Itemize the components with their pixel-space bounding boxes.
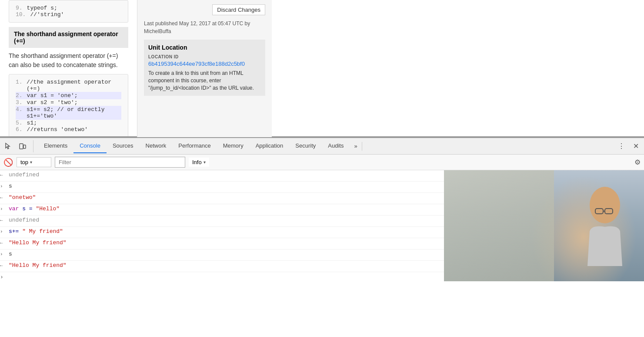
arrow-left-icon[interactable]: ← bbox=[0, 239, 9, 246]
console-output: ← undefined › s ← "onetwo" › var bbox=[0, 170, 644, 337]
console-toolbar: 🚫 top ▾ Info ▾ ⚙ bbox=[0, 155, 644, 170]
tab-console[interactable]: Console bbox=[73, 139, 107, 153]
chevron-down-icon: ▾ bbox=[30, 160, 32, 165]
arrow-left-icon[interactable]: ← bbox=[0, 262, 9, 268]
video-overlay bbox=[444, 170, 644, 281]
section-paragraph: The shorthand assignment operator (+=) c… bbox=[9, 51, 128, 70]
arrow-right-icon[interactable]: › bbox=[0, 251, 9, 257]
arrow-left-icon[interactable]: ← bbox=[0, 217, 9, 223]
tab-memory[interactable]: Memory bbox=[217, 139, 250, 153]
discard-changes-button[interactable]: Discard Changes bbox=[212, 4, 265, 15]
unit-location-title: Unit Location bbox=[148, 44, 261, 51]
inspect-element-button[interactable] bbox=[2, 140, 14, 152]
svg-rect-1 bbox=[23, 145, 26, 148]
console-settings-button[interactable]: ⚙ bbox=[634, 158, 641, 166]
devtools-tab-actions: ⋮ ✕ bbox=[615, 140, 642, 152]
close-devtools-button[interactable]: ✕ bbox=[630, 140, 642, 152]
whiteboard bbox=[444, 170, 554, 281]
svg-point-2 bbox=[590, 187, 620, 223]
tab-security[interactable]: Security bbox=[289, 139, 322, 153]
console-prompt-icon: › bbox=[0, 274, 9, 280]
section-heading: The shorthand assignment operator (+=) bbox=[9, 27, 128, 48]
code-block-1: 9. typeof s; 10. //'string' bbox=[9, 0, 128, 23]
tab-elements[interactable]: Elements bbox=[38, 139, 73, 153]
code-line: 1. //the assignment operator (+=) bbox=[16, 79, 121, 92]
log-level-selector[interactable]: Info ▾ bbox=[189, 158, 209, 167]
devtools-panel: Elements Console Sources Network Perform… bbox=[0, 137, 644, 337]
toggle-device-button[interactable] bbox=[17, 140, 29, 152]
tab-sources[interactable]: Sources bbox=[107, 139, 140, 153]
tab-network[interactable]: Network bbox=[140, 139, 173, 153]
location-id-label: LOCATION ID bbox=[148, 54, 261, 59]
arrow-left-icon[interactable]: ← bbox=[0, 194, 9, 200]
video-content bbox=[444, 170, 644, 281]
code-line: 5. s1; bbox=[16, 120, 121, 126]
devtools-icon-buttons bbox=[2, 140, 33, 152]
chevron-down-icon-info: ▾ bbox=[204, 160, 206, 165]
clear-console-button[interactable]: 🚫 bbox=[3, 158, 13, 167]
code-line: 9. typeof s; bbox=[16, 5, 121, 11]
unit-location-box: Unit Location LOCATION ID 6b4195394c644e… bbox=[144, 40, 265, 96]
code-block-2: 1. //the assignment operator (+=) 2. var… bbox=[9, 74, 128, 136]
article-area: 9. typeof s; 10. //'string' The shorthan… bbox=[0, 0, 137, 136]
person-silhouette bbox=[548, 179, 635, 275]
tab-performance[interactable]: Performance bbox=[172, 139, 217, 153]
divider bbox=[362, 142, 362, 151]
code-line: 6. //returns 'onetwo' bbox=[16, 126, 121, 133]
right-sidebar: Discard Changes Last published May 12, 2… bbox=[137, 0, 272, 137]
code-line: 10. //'string' bbox=[16, 11, 121, 18]
inspect-icon bbox=[4, 142, 12, 150]
svg-rect-0 bbox=[20, 144, 23, 149]
code-line-highlighted: 4. s1+= s2; // or directly s1+='two' bbox=[16, 106, 121, 120]
devtools-tabs-bar: Elements Console Sources Network Perform… bbox=[0, 138, 644, 155]
device-icon bbox=[19, 142, 27, 150]
arrow-right-icon[interactable]: › bbox=[0, 183, 9, 189]
tab-application[interactable]: Application bbox=[250, 139, 290, 153]
code-line-highlighted: 2. var s1 = 'one'; bbox=[16, 92, 121, 99]
arrow-right-icon[interactable]: › bbox=[0, 228, 9, 234]
arrow-left-icon[interactable]: ← bbox=[0, 172, 9, 178]
location-description: To create a link to this unit from an HT… bbox=[148, 70, 261, 91]
context-selector[interactable]: top ▾ bbox=[17, 157, 51, 167]
more-options-button[interactable]: ⋮ bbox=[615, 140, 627, 152]
filter-input[interactable] bbox=[55, 157, 185, 168]
tab-audits[interactable]: Audits bbox=[322, 139, 350, 153]
code-line: 3. var s2 = 'two'; bbox=[16, 99, 121, 106]
more-tabs-button[interactable]: » bbox=[350, 139, 361, 153]
published-text: Last published May 12, 2017 at 05:47 UTC… bbox=[144, 20, 265, 35]
arrow-right-icon[interactable]: › bbox=[0, 206, 9, 212]
location-id-value: 6b4195394c644ee793cf8e188d2c5bf0 bbox=[148, 61, 261, 67]
